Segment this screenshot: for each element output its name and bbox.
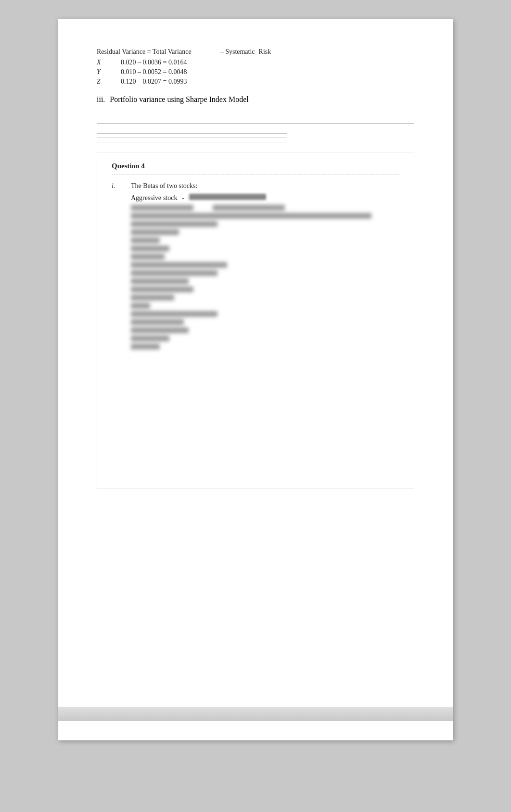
defensive-stock-row [131, 205, 399, 211]
eq-x: 0.020 – 0.0036 = 0.0164 [121, 59, 414, 66]
q-numeral-i: i. [112, 182, 131, 190]
minus-systematic-text: – Systematic [220, 48, 255, 56]
residual-variance-text: Residual Variance = Total Variance [97, 48, 192, 56]
footer-area [58, 707, 453, 721]
alpha-a-line [131, 278, 399, 284]
var-y: Y [97, 68, 121, 76]
regression-line [131, 221, 399, 227]
where-label [131, 237, 399, 243]
equation-row-x: X 0.020 – 0.0036 = 0.0164 [97, 59, 414, 66]
beta-a-value [131, 295, 399, 300]
var-x: X [97, 59, 121, 66]
alpha-d-line [131, 319, 399, 325]
betas-text: The Betas of two stocks: [131, 182, 399, 190]
stock-label-text: stock [163, 194, 178, 202]
eq-y: 0.010 – 0.0052 = 0.0048 [121, 68, 414, 76]
section-iii-label: Portfolio variance using Sharpe Index Mo… [110, 95, 248, 104]
beta-a-line [131, 287, 399, 292]
sigma-m-line [131, 262, 399, 268]
beta-d-value [131, 336, 399, 341]
divider-section [97, 123, 414, 142]
beta-d-line [131, 327, 399, 333]
section-iii: iii. Portfolio variance using Sharpe Ind… [97, 95, 414, 104]
question4-item-i: i. The Betas of two stocks: Aggressive s… [112, 182, 399, 352]
residual-variance-header: Residual Variance = Total Variance – Sys… [97, 48, 414, 56]
equations-block: X 0.020 – 0.0036 = 0.0164 Y 0.010 – 0.00… [97, 59, 414, 86]
risk-text: Risk [259, 48, 271, 56]
alternatively-line [131, 213, 399, 219]
for-defensive-stock [131, 311, 399, 317]
equation-row-z: Z 0.120 – 0.0207 = 0.0993 [97, 78, 414, 86]
eq-z: 0.120 – 0.0207 = 0.0993 [121, 78, 414, 86]
equals-one [131, 303, 399, 309]
blurred-content-block [131, 205, 399, 350]
for-aggressive-stock [131, 270, 399, 276]
question4-box: Question 4 i. The Betas of two stocks: A… [97, 152, 414, 488]
sigma-value-line [131, 254, 399, 260]
numeral-iii: iii. [97, 95, 105, 104]
q-content-i: The Betas of two stocks: Aggressive stoc… [131, 182, 399, 352]
dash-separator: - [182, 194, 185, 202]
aggressive-stock-row: Aggressive stock - [131, 194, 399, 202]
beta-rho-line [131, 229, 399, 235]
question4-title: Question 4 [112, 162, 399, 175]
equation-row-y: Y 0.010 – 0.0052 = 0.0048 [97, 68, 414, 76]
var-z: Z [97, 78, 121, 86]
equals-point [131, 344, 399, 350]
aggressive-blurred-value [189, 194, 266, 200]
aggressive-label: Aggressive [131, 194, 161, 202]
r-value-line [131, 246, 399, 251]
